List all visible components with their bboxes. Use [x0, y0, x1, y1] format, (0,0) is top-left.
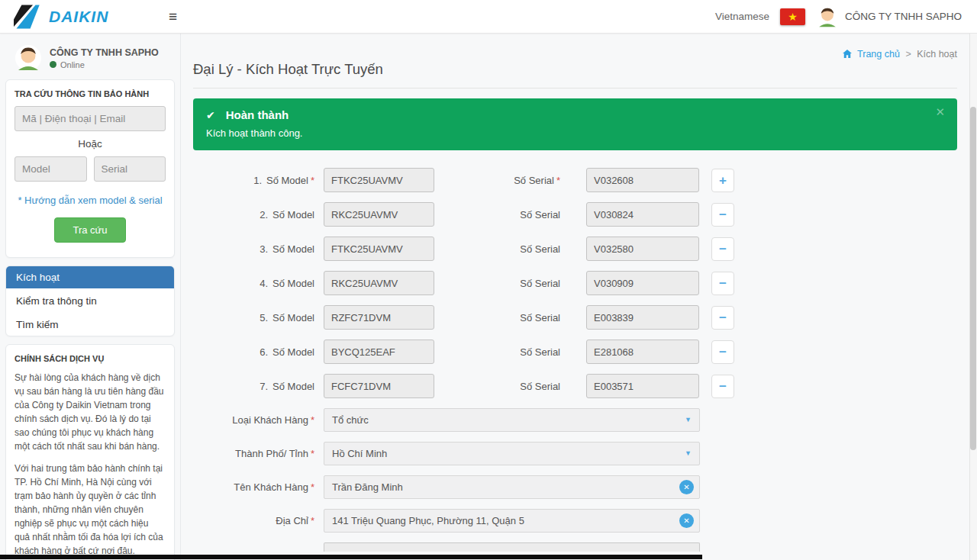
city-row: Thành Phố/ Tỉnh* Hồ Chí Minh ▼ [193, 442, 957, 465]
required-mark: * [311, 515, 314, 526]
remove-row-button[interactable]: − [711, 272, 734, 295]
city-label: Thành Phố/ Tỉnh* [193, 448, 314, 459]
device-row-3: 3.Số Model Số Serial − [193, 237, 957, 261]
remove-row-button[interactable]: − [711, 237, 734, 261]
sidebar-menu: Kích hoạt Kiểm tra thông tin Tìm kiếm [5, 266, 175, 336]
city-select[interactable]: Hồ Chí Minh [324, 442, 700, 465]
lookup-search-button[interactable]: Tra cứu [54, 217, 125, 243]
device-row-4: 4.Số Model Số Serial − [193, 271, 957, 295]
vietnam-flag-icon[interactable]: ★ [780, 8, 805, 25]
sidebar-user-name: CÔNG TY TNHH SAPHO [50, 47, 159, 58]
clear-field-icon[interactable]: ✕ [679, 480, 694, 494]
remove-row-button[interactable]: − [711, 375, 734, 398]
row-index: 3. [260, 243, 268, 255]
breadcrumb-current: Kích hoạt [917, 49, 957, 60]
device-row-5: 5.Số Model Số Serial − [193, 305, 957, 330]
language-label[interactable]: Vietnamese [715, 11, 769, 22]
online-status-label: Online [60, 60, 85, 69]
model-serial-guide-link[interactable]: * Hướng dẫn xem model & serial [15, 195, 166, 206]
model-input-3[interactable] [324, 237, 434, 261]
model-input-7[interactable] [324, 374, 434, 398]
row-index: 6. [260, 346, 268, 358]
success-alert: ✔ Hoàn thành Kích hoạt thành công. ✕ [193, 98, 957, 150]
device-row-7: 7.Số Model Số Serial − [193, 374, 957, 398]
model-label: 7.Số Model [193, 381, 314, 392]
minus-icon: − [719, 380, 727, 393]
model-input-5[interactable] [324, 305, 434, 330]
serial-label: Số Serial [434, 346, 560, 358]
sidebar-item-check-info[interactable]: Kiểm tra thông tin [6, 290, 174, 312]
sidebar: CÔNG TY TNHH SAPHO Online TRA CỨU THÔNG … [0, 34, 181, 560]
remove-row-button[interactable]: − [711, 340, 734, 364]
serial-input-3[interactable] [586, 237, 699, 261]
sidebar-item-activate[interactable]: Kích hoạt [6, 266, 174, 288]
check-icon: ✔ [206, 109, 215, 121]
device-row-2: 2.Số Model Số Serial − [193, 202, 957, 227]
chevron-down-icon: ▼ [685, 449, 692, 457]
sidebar-item-search[interactable]: Tìm kiếm [6, 314, 174, 336]
lookup-model-input[interactable] [15, 156, 87, 182]
scrollbar-thumb[interactable] [970, 107, 976, 450]
customer-type-label: Loại Khách Hàng* [193, 414, 314, 426]
breadcrumb-home-link[interactable]: Trang chủ [857, 49, 900, 60]
lookup-code-input[interactable] [15, 106, 166, 131]
breadcrumb: Trang chủ > Kích hoạt [193, 34, 957, 61]
serial-label-text: Số Serial [520, 312, 560, 323]
model-input-2[interactable] [324, 202, 434, 227]
model-input-6[interactable] [324, 340, 434, 364]
serial-input-6[interactable] [586, 340, 699, 364]
warranty-lookup-card: TRA CỨU THÔNG TIN BẢO HÀNH Hoặc * Hướng … [5, 79, 175, 258]
customer-type-select[interactable]: Tổ chức [324, 408, 700, 432]
model-label-text: Số Model [272, 243, 314, 255]
add-row-button[interactable]: + [711, 169, 734, 192]
plus-icon: + [719, 174, 727, 187]
required-mark: * [311, 448, 314, 459]
serial-input-1[interactable] [586, 168, 699, 192]
remove-row-button[interactable]: − [711, 306, 734, 330]
alert-title: Hoàn thành [226, 108, 289, 121]
chevron-down-icon: ▼ [685, 416, 692, 423]
sidebar-user-block: CÔNG TY TNHH SAPHO Online [5, 38, 175, 79]
model-label-text: Số Model [272, 312, 314, 323]
customer-name-input[interactable]: Trần Đăng Minh [324, 475, 700, 499]
model-label: 6.Số Model [193, 346, 314, 358]
model-label: 3.Số Model [193, 243, 314, 255]
serial-input-7[interactable] [586, 374, 699, 398]
model-label-text: Số Model [272, 381, 314, 392]
header-user-menu[interactable]: CÔNG TY TNHH SAPHO [816, 5, 962, 28]
customer-name-row: Tên Khách Hàng* Trần Đăng Minh ✕ [193, 475, 957, 499]
serial-label: Số Serial [434, 243, 560, 255]
row-index: 5. [260, 312, 268, 323]
serial-label-text: Số Serial [520, 381, 560, 392]
lookup-serial-input[interactable] [94, 156, 166, 182]
model-label-text: Số Model [272, 278, 314, 289]
serial-input-5[interactable] [586, 305, 699, 330]
remove-row-button[interactable]: − [711, 203, 734, 227]
main-content: Trang chủ > Kích hoạt Đại Lý - Kích Hoạt… [181, 34, 977, 560]
required-mark: * [311, 175, 314, 186]
serial-label-text: Số Serial [514, 175, 554, 186]
vertical-scrollbar[interactable] [969, 34, 977, 560]
serial-input-2[interactable] [586, 202, 699, 227]
model-label: 1.Số Model* [193, 175, 314, 186]
address-row: Địa Chỉ* 141 Triệu Quang Phục, Phường 11… [193, 509, 957, 533]
alert-close-icon[interactable]: ✕ [935, 105, 945, 119]
device-row-1: 1.Số Model* Số Serial* + [193, 168, 957, 192]
minus-icon: − [719, 346, 727, 359]
customer-name-label: Tên Khách Hàng* [193, 481, 314, 493]
daikin-logo[interactable]: DAIKIN [14, 5, 155, 29]
customer-type-row: Loại Khách Hàng* Tổ chức ▼ [193, 408, 957, 432]
address-input[interactable]: 141 Triệu Quang Phục, Phường 11, Quận 5 [324, 509, 700, 533]
menu-toggle-icon[interactable]: ≡ [169, 9, 177, 24]
model-input-1[interactable] [324, 168, 434, 192]
top-bar: DAIKIN ≡ Vietnamese ★ CÔNG TY TNHH SAPHO [0, 0, 977, 34]
minus-icon: − [719, 208, 727, 221]
policy-paragraph-2: Với hai trung tâm bảo hành chính tại TP.… [15, 462, 166, 558]
model-input-4[interactable] [324, 271, 434, 295]
partial-input[interactable] [324, 542, 700, 552]
serial-label: Số Serial [434, 209, 560, 220]
activation-form: 1.Số Model* Số Serial* + 2.Số Model Số S… [193, 168, 957, 552]
serial-input-4[interactable] [586, 271, 699, 295]
clear-field-icon[interactable]: ✕ [679, 513, 694, 528]
partial-next-field-row [193, 542, 957, 552]
